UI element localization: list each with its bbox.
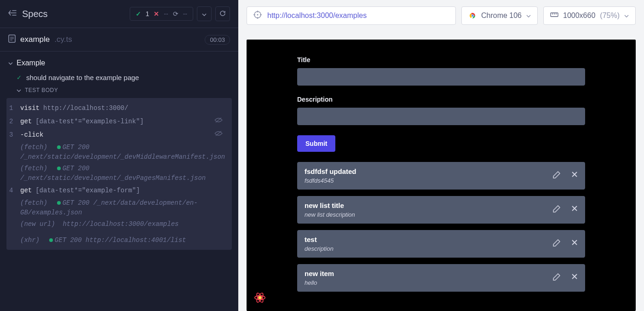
- edit-icon[interactable]: [553, 171, 560, 180]
- test-tree: Example ✓ should navigate to the example…: [0, 52, 238, 255]
- chevron-down-icon: [17, 87, 21, 93]
- cmd-number: 4: [9, 186, 20, 196]
- browser-selector[interactable]: Chrome 106: [461, 6, 538, 25]
- log-line[interactable]: (new url) http://localhost:3000/examples: [9, 219, 232, 230]
- reload-icon: [219, 10, 226, 18]
- command-row[interactable]: 1 visit http://localhost:3000/: [9, 102, 232, 115]
- command-row[interactable]: 2 get [data-test*="examples-link"]: [9, 115, 232, 128]
- command-row[interactable]: 3 -click: [9, 128, 232, 142]
- submit-button[interactable]: Submit: [297, 135, 335, 152]
- cmd-name: get: [20, 186, 32, 196]
- svg-point-5: [257, 14, 259, 16]
- status-dot-icon: [49, 238, 53, 242]
- specs-header: Specs ✓ 1 ✕ -- ⟳ --: [0, 0, 238, 28]
- item-description: hello: [305, 279, 334, 286]
- cmd-name: get: [20, 117, 32, 127]
- item-description: fsdfds4545: [305, 177, 356, 184]
- preview-topbar: http://localhost:3000/examples Chrome 10…: [238, 0, 644, 31]
- chevron-down-icon: [202, 11, 207, 17]
- chevron-down-icon: [526, 12, 531, 19]
- cmd-arg: [data-test*="example-form"]: [35, 186, 140, 196]
- suite-name: Example: [17, 59, 45, 67]
- specs-title: Specs: [22, 9, 48, 19]
- check-icon: ✓: [136, 10, 141, 17]
- chrome-icon: [468, 12, 477, 20]
- title-label: Title: [297, 56, 585, 63]
- collapse-icon[interactable]: [8, 10, 17, 18]
- test-name: should navigate to the example page: [26, 74, 139, 81]
- item-title: fsdfdsf updated: [305, 167, 356, 175]
- test-row[interactable]: ✓ should navigate to the example page: [0, 71, 238, 84]
- react-query-devtools-icon[interactable]: [253, 291, 267, 305]
- eye-off-icon[interactable]: [214, 117, 226, 127]
- cmd-arg: http://localhost:3000/: [43, 104, 128, 113]
- item-title: test: [305, 236, 334, 243]
- x-icon: ✕: [154, 10, 159, 17]
- eye-off-icon[interactable]: [214, 130, 226, 140]
- selector-playground-icon[interactable]: [253, 11, 262, 21]
- status-dot-icon: [57, 201, 61, 205]
- pending-count: --: [183, 10, 187, 17]
- cmd-arg: [data-test*="examples-link"]: [35, 117, 144, 127]
- suite-row[interactable]: Example: [0, 55, 238, 71]
- command-row[interactable]: 4 get [data-test*="example-form"]: [9, 184, 232, 197]
- status-dot-icon: [57, 145, 61, 149]
- cmd-number: 2: [9, 117, 20, 127]
- url-text: http://localhost:3000/examples: [267, 12, 367, 20]
- cmd-number: 3: [9, 130, 20, 140]
- spec-file-row[interactable]: example.cy.ts 00:03: [0, 28, 238, 52]
- test-stats: ✓ 1 ✕ -- ⟳ --: [130, 7, 193, 21]
- passed-count: 1: [146, 10, 150, 17]
- list-item: fsdfdsf updatedfsdfds4545: [297, 162, 585, 190]
- dropdown-button[interactable]: [197, 6, 212, 21]
- close-icon[interactable]: [571, 239, 578, 248]
- cmd-number: 1: [9, 104, 20, 113]
- ruler-icon: [550, 11, 558, 20]
- viewport-selector[interactable]: 1000x660 (75%): [543, 6, 636, 25]
- body-label: TEST BODY: [25, 87, 58, 93]
- failed-count: --: [164, 10, 168, 17]
- description-input[interactable]: [297, 108, 585, 125]
- log-line[interactable]: (fetch) GET 200 /_next/static/developmen…: [9, 142, 232, 163]
- log-line[interactable]: (fetch) GET 200 /_next/static/developmen…: [9, 163, 232, 184]
- item-description: description: [305, 245, 334, 252]
- edit-icon[interactable]: [553, 273, 560, 282]
- command-log: 1 visit http://localhost:3000/ 2 get [da…: [6, 98, 232, 250]
- duration: 00:03: [205, 35, 230, 45]
- item-title: new item: [305, 270, 334, 277]
- cmd-name: -click: [20, 130, 43, 140]
- cmd-name: visit: [20, 104, 40, 113]
- preview-panel: http://localhost:3000/examples Chrome 10…: [238, 0, 644, 311]
- edit-icon[interactable]: [553, 239, 560, 248]
- pending-icon: ⟳: [173, 10, 178, 17]
- browser-name: Chrome 106: [481, 12, 522, 20]
- svg-point-17: [258, 296, 262, 299]
- item-description: new list description: [305, 211, 355, 218]
- check-icon: ✓: [17, 74, 22, 81]
- file-ext: .cy.ts: [54, 35, 72, 44]
- chevron-down-icon: [624, 12, 629, 19]
- log-line[interactable]: (fetch) GET 200 /_next/data/development/…: [9, 197, 232, 219]
- specs-sidebar: Specs ✓ 1 ✕ -- ⟳ --: [0, 0, 238, 311]
- log-line[interactable]: (xhr) GET 200 http://localhost:4001/list: [9, 235, 232, 246]
- viewport-size: 1000x660: [563, 12, 595, 20]
- close-icon[interactable]: [571, 273, 578, 282]
- chevron-down-icon: [8, 60, 13, 66]
- close-icon[interactable]: [571, 205, 578, 214]
- file-name: example: [20, 35, 50, 44]
- file-icon: [8, 35, 16, 45]
- url-bar[interactable]: http://localhost:3000/examples: [247, 6, 456, 25]
- description-label: Description: [297, 96, 585, 103]
- viewport-scale: (75%): [600, 12, 620, 20]
- list-item: new itemhello: [297, 264, 585, 292]
- example-form: Title Description Submit fsdfdsf updated…: [247, 40, 636, 311]
- test-body-header[interactable]: TEST BODY: [0, 84, 238, 96]
- reload-button[interactable]: [215, 6, 230, 21]
- list-item: new list titlenew list description: [297, 196, 585, 224]
- edit-icon[interactable]: [553, 205, 560, 214]
- title-input[interactable]: [297, 68, 585, 86]
- close-icon[interactable]: [571, 171, 578, 180]
- list-item: testdescription: [297, 230, 585, 258]
- app-viewport: Title Description Submit fsdfdsf updated…: [247, 40, 636, 311]
- status-dot-icon: [57, 167, 61, 170]
